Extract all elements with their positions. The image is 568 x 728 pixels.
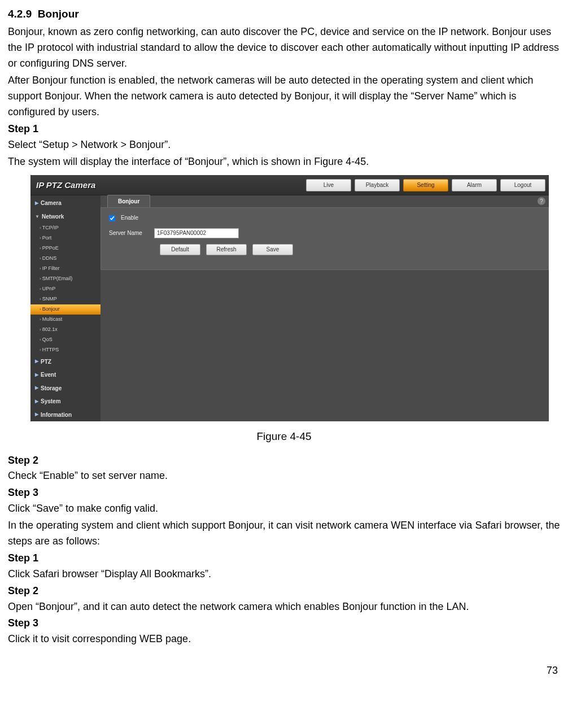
sidebar-item-label: IP Filter xyxy=(42,265,60,271)
step-label: Step 2 xyxy=(8,453,560,469)
enable-label: Enable xyxy=(121,213,138,223)
tab-bar: Bonjour ? xyxy=(101,195,549,208)
sidebar-item-https[interactable]: ›HTTPS xyxy=(30,345,101,355)
section-number: 4.2.9 xyxy=(8,8,32,20)
step-label: Step 3 xyxy=(8,485,560,501)
default-button[interactable]: Default xyxy=(160,244,200,255)
step-text: Open “Bonjour”, and it can auto detect t… xyxy=(8,599,560,615)
chevron-right-icon: › xyxy=(40,347,41,352)
sidebar-item-label: HTTPS xyxy=(42,347,59,352)
sidebar-cat-network[interactable]: ▼Network xyxy=(30,210,101,224)
nav-logout-button[interactable]: Logout xyxy=(500,179,545,191)
sidebar-item-label: DDNS xyxy=(42,255,57,261)
sidebar-cat-system[interactable]: ▶System xyxy=(30,395,101,408)
step-label: Step 2 xyxy=(8,583,560,599)
sidebar-item-snmp[interactable]: ›SNMP xyxy=(30,294,101,304)
sidebar-cat-label: Camera xyxy=(41,199,62,208)
embedded-screenshot: IP PTZ Camera Live Playback Setting Alar… xyxy=(30,175,549,421)
sidebar-cat-label: Event xyxy=(41,370,56,380)
chevron-right-icon: › xyxy=(40,337,41,342)
sidebar-item-label: Port xyxy=(42,235,52,241)
section-heading: 4.2.9 Bonjour xyxy=(8,6,560,22)
sidebar-item-port[interactable]: ›Port xyxy=(30,233,101,243)
save-button[interactable]: Save xyxy=(252,244,293,255)
chevron-right-icon: ▶ xyxy=(35,411,38,418)
sidebar-item-label: 802.1x xyxy=(42,326,58,332)
app-header: IP PTZ Camera Live Playback Setting Alar… xyxy=(30,175,549,195)
section-title: Bonjour xyxy=(38,8,79,20)
sidebar-item-ipfilter[interactable]: ›IP Filter xyxy=(30,264,101,274)
sidebar-item-label: SNMP xyxy=(42,296,57,302)
sidebar-cat-event[interactable]: ▶Event xyxy=(30,368,101,382)
sidebar-item-label: Bonjour xyxy=(42,306,60,312)
nav-playback-button[interactable]: Playback xyxy=(355,179,400,191)
paragraph: Bonjour, known as zero config networking… xyxy=(8,24,560,72)
sidebar-item-label: UPnP xyxy=(42,286,56,291)
sidebar-item-8021x[interactable]: ›802.1x xyxy=(30,325,101,335)
chevron-right-icon: › xyxy=(40,317,41,322)
chevron-right-icon: › xyxy=(40,266,41,271)
nav-live-button[interactable]: Live xyxy=(306,179,351,191)
sidebar-item-pppoe[interactable]: ›PPPoE xyxy=(30,243,101,254)
sidebar-item-bonjour[interactable]: ›Bonjour xyxy=(30,304,101,315)
sidebar-item-smtp[interactable]: ›SMTP(Email) xyxy=(30,274,101,284)
sidebar-item-label: QoS xyxy=(42,337,53,342)
button-row: Default Refresh Save xyxy=(160,244,540,255)
chevron-right-icon: › xyxy=(40,225,41,230)
enable-row: Enable xyxy=(109,213,540,223)
chevron-right-icon: › xyxy=(40,256,41,261)
chevron-right-icon: ▶ xyxy=(35,398,38,405)
page-number: 73 xyxy=(8,663,560,679)
chevron-down-icon: ▼ xyxy=(35,213,40,220)
nav-setting-button[interactable]: Setting xyxy=(403,179,448,191)
sidebar-cat-label: PTZ xyxy=(41,358,51,367)
step-text: Select “Setup > Network > Bonjour”. xyxy=(8,137,560,153)
chevron-right-icon: › xyxy=(40,307,41,312)
sidebar-item-label: Multicast xyxy=(42,316,63,322)
paragraph: In the operating system and client which… xyxy=(8,518,560,550)
figure-caption: Figure 4-45 xyxy=(8,428,560,444)
main-panel: Bonjour ? Enable Server Name Default Ref… xyxy=(101,195,549,421)
server-name-label: Server Name xyxy=(109,229,148,238)
chevron-right-icon: ▶ xyxy=(35,200,38,207)
step-label: Step 1 xyxy=(8,121,560,137)
chevron-right-icon: › xyxy=(40,297,41,302)
sidebar-cat-information[interactable]: ▶Information xyxy=(30,408,101,422)
chevron-right-icon: › xyxy=(40,236,41,241)
step-text: Check “Enable” to set server name. xyxy=(8,468,560,484)
sidebar-cat-label: Information xyxy=(41,411,72,420)
sidebar-item-qos[interactable]: ›QoS xyxy=(30,335,101,345)
tab-bonjour[interactable]: Bonjour xyxy=(107,195,150,208)
chevron-right-icon: › xyxy=(40,327,41,332)
sidebar-item-label: TCP/IP xyxy=(42,225,59,230)
sidebar-item-tcpip[interactable]: ›TCP/IP xyxy=(30,223,101,233)
sidebar-cat-storage[interactable]: ▶Storage xyxy=(30,382,101,395)
sidebar-item-multicast[interactable]: ›Multicast xyxy=(30,315,101,325)
server-name-input[interactable] xyxy=(154,228,239,238)
help-icon[interactable]: ? xyxy=(538,197,545,205)
chevron-right-icon: › xyxy=(40,246,41,251)
step-text: The system will display the interface of… xyxy=(8,154,560,170)
form-panel: Enable Server Name Default Refresh Save xyxy=(101,208,549,270)
sidebar-cat-camera[interactable]: ▶Camera xyxy=(30,197,101,210)
refresh-button[interactable]: Refresh xyxy=(206,244,247,255)
sidebar-cat-label: Storage xyxy=(41,384,62,393)
chevron-right-icon: › xyxy=(40,276,41,281)
app-body: ▶Camera ▼Network ›TCP/IP ›Port ›PPPoE ›D… xyxy=(30,195,549,421)
sidebar-item-label: SMTP(Email) xyxy=(42,276,73,281)
sidebar-cat-label: Network xyxy=(42,212,64,221)
enable-checkbox[interactable] xyxy=(109,215,115,221)
step-text: Click Safari browser “Display All Bookma… xyxy=(8,566,560,582)
sidebar-cat-label: System xyxy=(41,397,61,406)
step-text: Click “Save” to make config valid. xyxy=(8,501,560,517)
chevron-right-icon: ▶ xyxy=(35,385,38,391)
chevron-right-icon: ▶ xyxy=(35,372,38,378)
sidebar: ▶Camera ▼Network ›TCP/IP ›Port ›PPPoE ›D… xyxy=(30,195,101,421)
step-label: Step 3 xyxy=(8,616,560,631)
sidebar-cat-ptz[interactable]: ▶PTZ xyxy=(30,355,101,369)
sidebar-item-ddns[interactable]: ›DDNS xyxy=(30,254,101,264)
nav-alarm-button[interactable]: Alarm xyxy=(452,179,497,191)
step-text: Click it to visit corresponding WEB page… xyxy=(8,631,560,647)
brand-title: IP PTZ Camera xyxy=(36,178,95,191)
sidebar-item-upnp[interactable]: ›UPnP xyxy=(30,284,101,294)
